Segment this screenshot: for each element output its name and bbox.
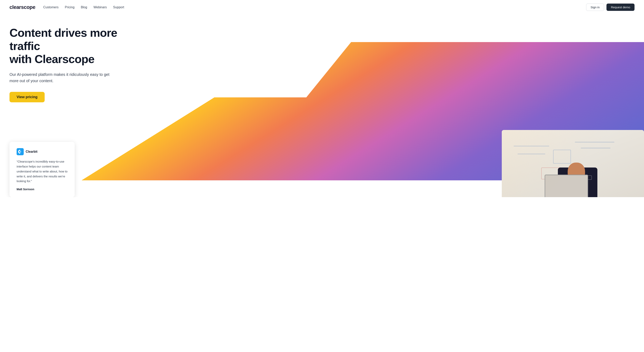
hero-heading-line1: Content drives more traffic bbox=[10, 26, 117, 52]
sign-in-button[interactable]: Sign in bbox=[586, 4, 604, 11]
hero-heading: Content drives more traffic with Clearsc… bbox=[10, 26, 134, 66]
testimonial-author-name: Matt Sornson bbox=[16, 188, 68, 191]
testimonial-logo-row: Clearbit bbox=[16, 148, 68, 155]
nav-link-pricing[interactable]: Pricing bbox=[65, 6, 74, 9]
clearbit-icon bbox=[16, 148, 24, 155]
nav-link-blog[interactable]: Blog bbox=[81, 6, 87, 9]
hero-lower-row: Clearbit “Clearscope’s incredibly easy-t… bbox=[0, 118, 644, 197]
testimonial-company-name: Clearbit bbox=[26, 150, 38, 154]
nav-link-customers[interactable]: Customers bbox=[43, 6, 58, 9]
nav-link-support[interactable]: Support bbox=[113, 6, 124, 9]
navbar-left: clearscope Customers Pricing Blog Webina… bbox=[10, 4, 124, 10]
navbar: clearscope Customers Pricing Blog Webina… bbox=[0, 0, 644, 14]
hero-section: Content drives more traffic with Clearsc… bbox=[0, 14, 644, 197]
image-overlay bbox=[502, 130, 644, 197]
nav-link-webinars[interactable]: Webinars bbox=[94, 6, 107, 9]
hero-text-wrapper: Content drives more traffic with Clearsc… bbox=[0, 14, 134, 102]
testimonial-card: Clearbit “Clearscope’s incredibly easy-t… bbox=[10, 142, 75, 197]
hero-content: Content drives more traffic with Clearsc… bbox=[0, 14, 644, 197]
view-pricing-button[interactable]: View pricing bbox=[10, 92, 45, 102]
request-demo-button[interactable]: Request demo bbox=[606, 4, 634, 11]
hero-heading-line2: with Clearscope bbox=[10, 52, 94, 66]
testimonial-quote-text: “Clearscope’s incredibly easy-to-use int… bbox=[16, 159, 68, 184]
hero-subheading: Our AI-powered platform makes it ridicul… bbox=[10, 71, 112, 84]
image-container bbox=[502, 130, 644, 197]
hero-person-image bbox=[502, 130, 644, 197]
site-logo[interactable]: clearscope bbox=[10, 4, 35, 10]
nav-links: Customers Pricing Blog Webinars Support bbox=[43, 6, 124, 9]
navbar-right: Sign in Request demo bbox=[586, 4, 634, 11]
